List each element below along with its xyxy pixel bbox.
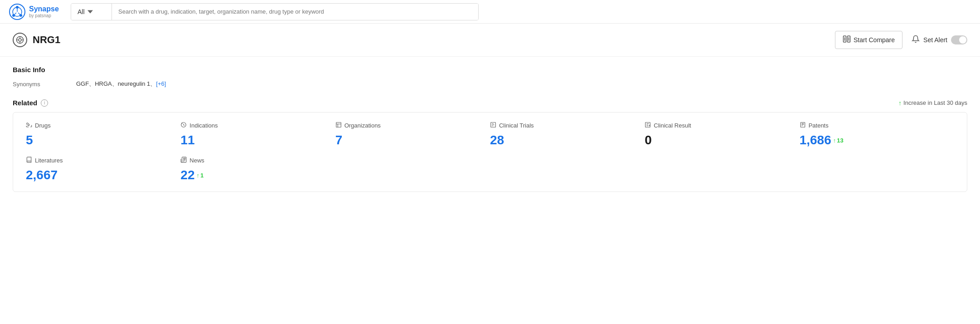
literatures-label: Literatures — [35, 157, 63, 164]
logo-title: Synapse — [29, 5, 59, 13]
start-compare-button[interactable]: Start Compare — [835, 31, 902, 49]
news-value: 22 — [180, 168, 194, 182]
indications-value: 11 — [180, 133, 335, 147]
related-header: Related i ↑ Increase in Last 30 days — [13, 99, 967, 107]
drugs-value: 5 — [26, 133, 180, 147]
news-label: News — [189, 157, 204, 164]
compare-btn-label: Start Compare — [854, 36, 895, 44]
stat-organizations[interactable]: Organizations 7 — [335, 122, 490, 147]
stat-literatures[interactable]: Literatures 2,667 — [26, 157, 180, 182]
stats-row-2: Literatures 2,667 News 22 ↑ 1 — [26, 157, 954, 182]
alert-toggle[interactable] — [951, 35, 967, 44]
target-icon — [13, 33, 27, 47]
synonyms-value: GGF、HRGA、neuregulin 1、[+6] — [76, 80, 166, 88]
synonyms-row: Synonyms GGF、HRGA、neuregulin 1、[+6] — [13, 80, 967, 88]
alert-icon — [912, 35, 920, 45]
logo-text: Synapse by patsnap — [29, 5, 59, 18]
clinical-trials-icon — [490, 122, 496, 129]
logo-subtitle: by patsnap — [29, 13, 59, 18]
stat-news[interactable]: News 22 ↑ 1 — [180, 157, 335, 182]
set-alert-area: Set Alert — [912, 35, 967, 45]
clinical-result-label: Clinical Result — [654, 122, 691, 129]
svg-line-6 — [18, 13, 20, 15]
stat-clinical-result[interactable]: Clinical Result 0 — [645, 122, 799, 147]
literatures-icon — [26, 157, 32, 164]
organizations-label: Organizations — [344, 122, 381, 129]
related-info-icon[interactable]: i — [41, 99, 48, 107]
indications-icon — [180, 122, 187, 129]
compare-icon — [843, 35, 851, 45]
news-increase-arrow: ↑ — [196, 172, 199, 179]
related-title-area: Related i — [13, 99, 48, 107]
related-title: Related — [13, 99, 37, 107]
patents-increase-value: 13 — [837, 137, 843, 144]
basic-info-section: Basic Info Synonyms GGF、HRGA、neuregulin … — [13, 66, 967, 88]
news-icon — [180, 157, 187, 164]
stat-drugs[interactable]: Drugs 5 — [26, 122, 180, 147]
svg-line-7 — [15, 13, 16, 15]
alert-label: Set Alert — [923, 36, 947, 44]
patents-increase-arrow: ↑ — [833, 137, 836, 144]
svg-point-20 — [182, 123, 182, 123]
clinical-trials-label: Clinical Trials — [499, 122, 534, 129]
svg-rect-21 — [336, 123, 341, 128]
chevron-down-icon — [87, 9, 93, 15]
stat-clinical-trials[interactable]: Clinical Trials 28 — [490, 122, 645, 147]
clinical-trials-value: 28 — [490, 133, 645, 147]
indications-label: Indications — [189, 122, 218, 129]
patents-label: Patents — [809, 122, 829, 129]
drug-icon — [26, 122, 32, 129]
patents-icon — [800, 122, 806, 129]
svg-point-9 — [19, 39, 21, 41]
news-increase: ↑ 1 — [196, 172, 204, 179]
organizations-value: 7 — [335, 133, 490, 147]
svg-point-18 — [26, 123, 29, 126]
stat-patents[interactable]: Patents 1,686 ↑ 13 — [800, 122, 954, 147]
news-increase-value: 1 — [200, 172, 204, 179]
search-type-label: All — [78, 8, 85, 15]
literatures-value: 2,667 — [26, 168, 180, 182]
search-bar: All — [71, 3, 479, 20]
organizations-icon — [335, 122, 342, 129]
svg-point-2 — [16, 6, 19, 9]
top-navigation: Synapse by patsnap All — [0, 0, 980, 24]
drugs-label: Drugs — [35, 122, 51, 129]
header-actions: Start Compare Set Alert — [835, 31, 967, 49]
patents-increase: ↑ 13 — [833, 137, 844, 144]
page-header: NRG1 Start Compare Set Alert — [0, 24, 980, 57]
content-area: Basic Info Synonyms GGF、HRGA、neuregulin … — [0, 57, 980, 201]
search-type-dropdown[interactable]: All — [71, 4, 112, 20]
increase-arrow-icon: ↑ — [898, 99, 902, 107]
synonyms-label: Synonyms — [13, 81, 58, 88]
clinical-result-value: 0 — [645, 133, 799, 147]
search-input[interactable] — [112, 4, 478, 20]
stats-row-1: Drugs 5 Indications 11 Organiz — [26, 122, 954, 147]
synonyms-more-link[interactable]: [+6] — [156, 80, 166, 87]
logo: Synapse by patsnap — [9, 4, 63, 20]
stat-indications[interactable]: Indications 11 — [180, 122, 335, 147]
page-title-area: NRG1 — [13, 33, 60, 47]
clinical-result-icon — [645, 122, 651, 129]
stats-card: Drugs 5 Indications 11 Organiz — [13, 112, 967, 192]
page-title: NRG1 — [33, 34, 60, 46]
synapse-logo-icon — [9, 4, 25, 20]
patents-value: 1,686 — [800, 133, 831, 147]
basic-info-title: Basic Info — [13, 66, 967, 74]
increase-label: ↑ Increase in Last 30 days — [898, 99, 967, 107]
